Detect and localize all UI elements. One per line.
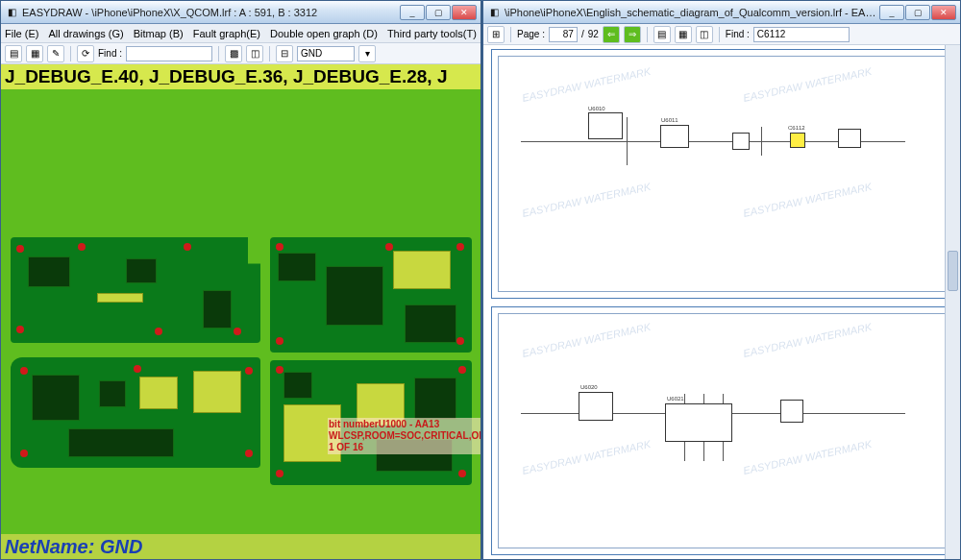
menu-third-party[interactable]: Third party tools(T): [387, 28, 477, 39]
component-ref: U6011: [661, 117, 678, 123]
schematic-window: ◧ \iPhone\iPhoneX\English_schematic_diag…: [482, 0, 961, 560]
watermark: EASYDRAW WATERMARK: [521, 320, 652, 358]
minimize-button[interactable]: _: [879, 5, 904, 20]
close-button[interactable]: ✕: [931, 5, 956, 20]
app-icon: ◧: [5, 6, 18, 19]
page-separator: /: [581, 29, 584, 39]
schematic-canvas-area[interactable]: EASYDRAW WATERMARK EASYDRAW WATERMARK EA…: [483, 45, 960, 559]
tool-pin-icon[interactable]: ⊟: [276, 45, 293, 62]
via[interactable]: [276, 243, 283, 251]
via[interactable]: [78, 243, 86, 251]
schematic-component[interactable]: [660, 125, 689, 148]
chip[interactable]: [326, 266, 383, 326]
pcb-board-bottom-left[interactable]: [11, 357, 260, 468]
via[interactable]: [245, 367, 253, 375]
page-total: 92: [588, 29, 599, 39]
find-input-left[interactable]: [126, 46, 212, 61]
via[interactable]: [276, 366, 283, 374]
schematic-component[interactable]: [579, 392, 613, 421]
maximize-button[interactable]: ▢: [905, 5, 930, 20]
watermark: EASYDRAW WATERMARK: [521, 181, 652, 219]
via[interactable]: [16, 245, 24, 253]
connector[interactable]: [97, 293, 143, 303]
menu-all-drawings[interactable]: All drawings (G): [48, 28, 123, 39]
menu-bitmap[interactable]: Bitmap (B): [134, 28, 184, 39]
chip[interactable]: [393, 251, 451, 289]
via[interactable]: [458, 470, 466, 477]
close-button[interactable]: ✕: [452, 5, 477, 20]
chip[interactable]: [278, 253, 316, 281]
watermark: EASYDRAW WATERMARK: [742, 437, 873, 475]
schematic-component[interactable]: [838, 129, 861, 148]
watermark: EASYDRAW WATERMARK: [521, 65, 652, 104]
tool-grid-icon[interactable]: ▩: [225, 45, 242, 62]
menu-double-open[interactable]: Double open graph (D): [270, 28, 378, 39]
chip[interactable]: [99, 380, 126, 407]
chip[interactable]: [203, 290, 232, 329]
chip[interactable]: [32, 375, 80, 421]
component-ref: U6021: [667, 396, 684, 402]
via[interactable]: [456, 337, 464, 345]
pcb-board-top-right[interactable]: [270, 237, 472, 353]
chip[interactable]: [405, 304, 456, 343]
find-input-right[interactable]: [753, 27, 850, 42]
menu-fault-graph[interactable]: Fault graph(E): [193, 28, 260, 39]
tool-refresh-icon[interactable]: ⟳: [77, 45, 94, 62]
chip[interactable]: [283, 372, 312, 399]
via[interactable]: [20, 367, 28, 375]
chip[interactable]: [28, 256, 70, 287]
watermark: EASYDRAW WATERMARK: [742, 320, 873, 358]
page-current-input[interactable]: [549, 27, 578, 42]
chip[interactable]: [126, 258, 157, 283]
tool-file-icon[interactable]: ▤: [5, 45, 22, 62]
via[interactable]: [184, 243, 191, 251]
via[interactable]: [134, 365, 141, 373]
dropdown-arrow-icon[interactable]: ▾: [358, 45, 376, 62]
schematic-component[interactable]: [665, 403, 732, 442]
schematic-canvas[interactable]: EASYDRAW WATERMARK EASYDRAW WATERMARK EA…: [483, 45, 960, 559]
via[interactable]: [245, 450, 253, 457]
via[interactable]: [458, 366, 466, 374]
tool-grid-icon[interactable]: ▦: [675, 26, 692, 43]
tool-palette-icon[interactable]: ◫: [246, 45, 263, 62]
next-page-button[interactable]: ⇒: [624, 26, 641, 43]
tool-edit-icon[interactable]: ✎: [47, 45, 64, 62]
via[interactable]: [234, 328, 241, 335]
via[interactable]: [456, 243, 464, 251]
menu-file[interactable]: File (E): [5, 28, 38, 39]
pcb-canvas-area[interactable]: J_DEBUG_E.40, J_DEBUG_E.36, J_DEBUG_E.28…: [1, 64, 480, 559]
tool-palette-icon[interactable]: ◫: [696, 26, 713, 43]
chip[interactable]: [139, 377, 178, 409]
via[interactable]: [16, 326, 24, 333]
titlebar-right[interactable]: ◧ \iPhone\iPhoneX\English_schematic_diag…: [483, 1, 960, 24]
schematic-component[interactable]: [780, 400, 803, 423]
chip[interactable]: [193, 371, 241, 413]
schematic-component[interactable]: [588, 112, 623, 139]
vertical-scrollbar[interactable]: [945, 45, 960, 559]
component-ref: C6112: [788, 125, 805, 131]
maximize-button[interactable]: ▢: [426, 5, 451, 20]
schematic-page-bottom[interactable]: EASYDRAW WATERMARK EASYDRAW WATERMARK EA…: [491, 306, 952, 556]
via[interactable]: [385, 243, 393, 251]
minimize-button[interactable]: _: [400, 5, 425, 20]
watermark: EASYDRAW WATERMARK: [742, 65, 873, 104]
schematic-component-highlighted[interactable]: [790, 133, 805, 148]
schematic-component[interactable]: [732, 133, 750, 150]
chip[interactable]: [68, 428, 174, 457]
menubar-left: File (E) All drawings (G) Bitmap (B) Fau…: [1, 24, 480, 43]
titlebar-left[interactable]: ◧ EASYDRAW - \iPhone\iPhoneX\X_QCOM.lrf …: [1, 1, 480, 24]
pcb-board-top-left[interactable]: [11, 237, 260, 343]
via[interactable]: [155, 328, 162, 335]
tool-layers-icon[interactable]: ▦: [26, 45, 43, 62]
chip[interactable]: [414, 377, 456, 420]
via[interactable]: [276, 470, 283, 477]
net-dropdown[interactable]: [297, 46, 355, 61]
component-annotation: bit numberU1000 - AA13 WLCSP,ROOM=SOC,CR…: [328, 418, 480, 454]
via[interactable]: [20, 450, 28, 457]
tool-layers-icon[interactable]: ▤: [653, 26, 671, 43]
tool-zoom-icon[interactable]: ⊞: [487, 26, 505, 43]
schematic-page-top[interactable]: EASYDRAW WATERMARK EASYDRAW WATERMARK EA…: [491, 49, 952, 299]
pcb-canvas[interactable]: J_DEBUG_E.40, J_DEBUG_E.36, J_DEBUG_E.28…: [1, 64, 480, 559]
via[interactable]: [276, 337, 283, 345]
prev-page-button[interactable]: ⇐: [603, 26, 620, 43]
